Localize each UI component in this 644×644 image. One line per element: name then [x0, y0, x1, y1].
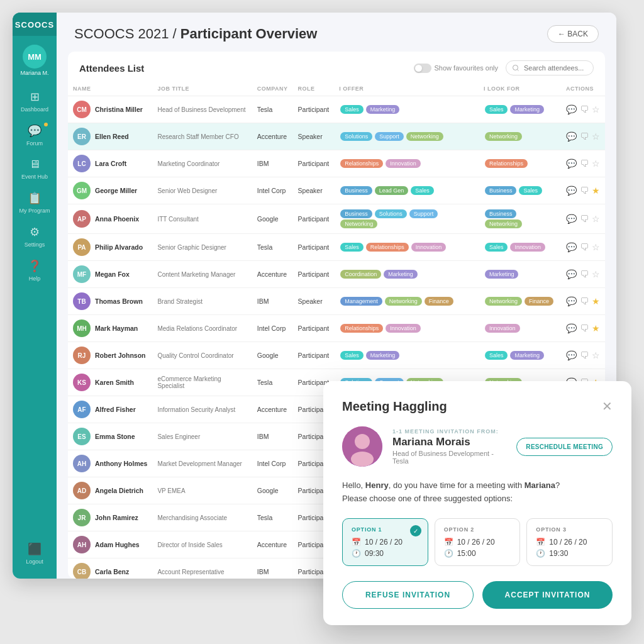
star-icon[interactable]: ☆	[592, 104, 600, 114]
back-button[interactable]: ← BACK	[547, 25, 599, 43]
participant-avatar: KS	[73, 374, 91, 391]
offer-cell: RelationshipsInnovation	[334, 150, 479, 177]
participant-avatar: AF	[73, 401, 91, 418]
message-icon[interactable]: 🗨	[580, 104, 589, 114]
refuse-invitation-button[interactable]: REFUSE INVITATION	[342, 581, 474, 609]
chat-icon[interactable]: 💬	[566, 323, 577, 333]
reschedule-button[interactable]: RESCHEDULE MEETING	[516, 438, 613, 456]
participant-name: Megan Fox	[95, 270, 130, 278]
name-cell: MH Mark Hayman	[68, 315, 152, 342]
participant-avatar: AP	[73, 210, 91, 228]
table-row: MH Mark Hayman Media Relations Coordinat…	[68, 315, 605, 342]
sidebar-item-help[interactable]: ❓ Help	[13, 253, 57, 287]
chat-icon[interactable]: 💬	[566, 186, 577, 196]
message-icon[interactable]: 🗨	[580, 131, 589, 142]
col-company: COMPANY	[252, 82, 293, 96]
role-cell: Participant	[293, 342, 335, 369]
search-input[interactable]	[506, 60, 594, 75]
svg-point-2	[351, 452, 374, 467]
sidebar-item-my-program[interactable]: 📋 My Program	[13, 185, 57, 219]
star-icon[interactable]: ☆	[592, 214, 600, 224]
accept-invitation-button[interactable]: ACCEPT INVITATION	[482, 581, 613, 609]
participant-avatar: JR	[73, 509, 91, 526]
option-2-date: 📅 10 / 26 / 20	[444, 538, 511, 547]
participant-name: Robert Johnson	[95, 352, 146, 359]
star-icon[interactable]: ☆	[592, 131, 600, 142]
sidebar-item-event-hub[interactable]: 🖥 Event Hub	[13, 152, 57, 185]
sidebar-item-label: Event Hub	[21, 174, 48, 180]
message-icon[interactable]: 🗨	[580, 269, 589, 279]
chat-icon[interactable]: 💬	[566, 104, 577, 114]
dashboard-icon: ⊞	[30, 90, 40, 104]
meeting-modal: Meeting Haggling ✕ 1-1 MEETING INVITATIO…	[323, 381, 631, 625]
chat-icon[interactable]: 💬	[566, 269, 577, 279]
meeting-sender-role: Head of Business Development - Tesla	[392, 450, 506, 465]
chat-icon[interactable]: 💬	[566, 131, 577, 142]
company-cell: IBM	[252, 423, 293, 450]
job-cell: Research Staff Member CFO	[152, 123, 252, 150]
offer-cell: ManagementNetworkingFinance	[334, 288, 479, 315]
participant-avatar: RJ	[73, 347, 91, 364]
message-icon[interactable]: 🗨	[580, 186, 589, 196]
sidebar-item-forum[interactable]: 💬 Forum	[13, 118, 57, 152]
offer-cell: CoordinationMarketing	[334, 261, 479, 288]
chat-icon[interactable]: 💬	[566, 214, 577, 224]
name-cell: GM George Miller	[68, 177, 152, 204]
option-2-card[interactable]: OPTION 2 📅 10 / 26 / 20 🕐 15:00	[435, 518, 521, 566]
table-row: MF Megan Fox Content Marketing Manager A…	[68, 261, 605, 288]
message-icon[interactable]: 🗨	[580, 158, 589, 169]
message-icon[interactable]: 🗨	[580, 242, 589, 252]
meeting-sender-info: 1-1 MEETING INVITATION FROM: Mariana Mor…	[392, 428, 506, 465]
company-cell: Tesla	[252, 369, 293, 396]
message-icon[interactable]: 🗨	[580, 323, 589, 333]
participant-name: Carla Benz	[95, 568, 129, 575]
participant-avatar: MH	[73, 319, 91, 337]
chat-icon[interactable]: 💬	[566, 158, 577, 169]
actions-cell: 💬 🗨 ☆	[561, 342, 605, 369]
role-cell: Speaker	[293, 123, 335, 150]
participant-avatar: AH	[73, 455, 91, 472]
name-cell: RJ Robert Johnson	[68, 342, 152, 369]
meeting-message: Hello, Henry, do you have time for a mee…	[342, 479, 613, 506]
star-icon[interactable]: ★	[592, 296, 600, 306]
job-cell: Merchandising Associate	[152, 504, 252, 531]
name-cell: ES Emma Stone	[68, 423, 152, 450]
participant-name: Adam Hughes	[95, 541, 140, 548]
chat-icon[interactable]: 💬	[566, 350, 577, 360]
show-favourites[interactable]: Show favourites only	[414, 64, 499, 73]
message-icon[interactable]: 🗨	[580, 350, 589, 360]
chat-icon[interactable]: 💬	[566, 242, 577, 252]
job-cell: Information Security Analyst	[152, 396, 252, 423]
star-icon[interactable]: ★	[592, 323, 600, 333]
job-cell: Content Marketing Manager	[152, 261, 252, 288]
role-cell: Participant	[293, 150, 335, 177]
sidebar-item-dashboard[interactable]: ⊞ Dashboard	[13, 84, 57, 118]
message-icon[interactable]: 🗨	[580, 296, 589, 306]
participant-name: Alfred Fisher	[95, 406, 136, 413]
company-cell: Tesla	[252, 96, 293, 123]
chat-icon[interactable]: 💬	[566, 296, 577, 306]
table-row: RJ Robert Johnson Quality Control Coordi…	[68, 342, 605, 369]
sidebar-item-logout[interactable]: ⬛ Logout	[13, 536, 57, 570]
sidebar-item-label: Logout	[26, 558, 43, 565]
message-icon[interactable]: 🗨	[580, 214, 589, 224]
star-icon[interactable]: ★	[592, 186, 600, 196]
name-cell: TB Thomas Brown	[68, 288, 152, 315]
name-cell: MF Megan Fox	[68, 261, 152, 288]
name-cell: KS Karen Smith	[68, 369, 152, 396]
star-icon[interactable]: ☆	[592, 350, 600, 360]
calendar-icon: 📅	[352, 538, 361, 547]
modal-close-button[interactable]: ✕	[602, 399, 613, 414]
participant-name: Philip Alvarado	[95, 243, 143, 251]
offer-cell: RelationshipsInnovation	[334, 315, 479, 342]
star-icon[interactable]: ☆	[592, 158, 600, 169]
option-3-time: 🕐 19:30	[536, 549, 603, 558]
sidebar-item-settings[interactable]: ⚙ Settings	[13, 219, 57, 253]
option-1-card[interactable]: ✓ OPTION 1 📅 10 / 26 / 20 🕐 09:30	[342, 518, 428, 566]
option-3-card[interactable]: OPTION 3 📅 10 / 26 / 20 🕐 19:30	[526, 518, 613, 566]
user-avatar[interactable]: MM	[23, 45, 47, 69]
star-icon[interactable]: ☆	[592, 242, 600, 252]
favourites-toggle[interactable]	[414, 64, 431, 73]
star-icon[interactable]: ☆	[592, 269, 600, 279]
participant-avatar: GM	[73, 182, 91, 199]
